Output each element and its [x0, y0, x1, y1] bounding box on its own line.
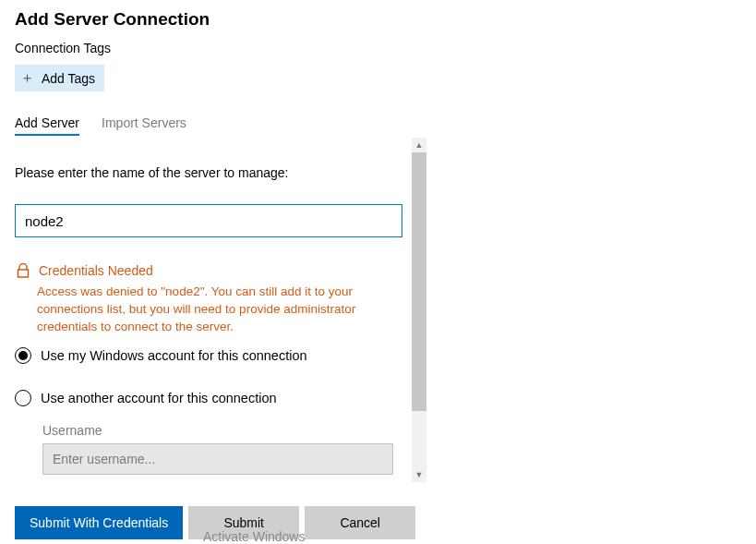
- scrollbar-thumb[interactable]: [412, 152, 426, 411]
- tab-add-server[interactable]: Add Server: [15, 115, 79, 136]
- button-row: Submit With Credentials Submit Cancel: [15, 506, 415, 539]
- username-label: Username: [42, 423, 417, 438]
- scrollbar-up-arrow-icon[interactable]: ▲: [412, 138, 426, 152]
- cancel-button[interactable]: Cancel: [305, 506, 415, 539]
- connection-tags-heading: Connection Tags: [15, 41, 741, 55]
- warning-body: Access was denied to "node2". You can st…: [17, 284, 386, 336]
- tabs: Add Server Import Servers: [15, 115, 741, 136]
- radio-icon: [15, 347, 31, 364]
- svg-rect-0: [18, 270, 29, 277]
- scroll-region: Please enter the name of the server to m…: [15, 138, 426, 482]
- credentials-warning: Credentials Needed Access was denied to …: [15, 263, 417, 336]
- server-name-prompt: Please enter the name of the server to m…: [15, 165, 417, 180]
- radio-windows-label: Use my Windows account for this connecti…: [41, 348, 307, 363]
- add-tags-label: Add Tags: [42, 71, 95, 86]
- scrollbar-track[interactable]: ▲ ▼: [412, 138, 426, 482]
- radio-windows-account[interactable]: Use my Windows account for this connecti…: [15, 347, 417, 364]
- submit-button[interactable]: Submit: [188, 506, 299, 539]
- scrollbar-down-arrow-icon[interactable]: ▼: [412, 467, 426, 482]
- username-input: [42, 443, 393, 475]
- warning-title: Credentials Needed: [39, 263, 153, 278]
- radio-other-label: Use another account for this connection: [41, 391, 277, 405]
- radio-icon: [15, 390, 31, 406]
- tab-import-servers[interactable]: Import Servers: [102, 115, 186, 136]
- submit-with-credentials-button[interactable]: Submit With Credentials: [15, 506, 183, 539]
- add-tags-button[interactable]: ＋ Add Tags: [15, 65, 104, 91]
- plus-icon: ＋: [20, 69, 34, 87]
- lock-icon: [17, 263, 30, 278]
- radio-other-account[interactable]: Use another account for this connection: [15, 390, 417, 406]
- server-name-input[interactable]: [15, 204, 402, 237]
- page-title: Add Server Connection: [15, 9, 741, 30]
